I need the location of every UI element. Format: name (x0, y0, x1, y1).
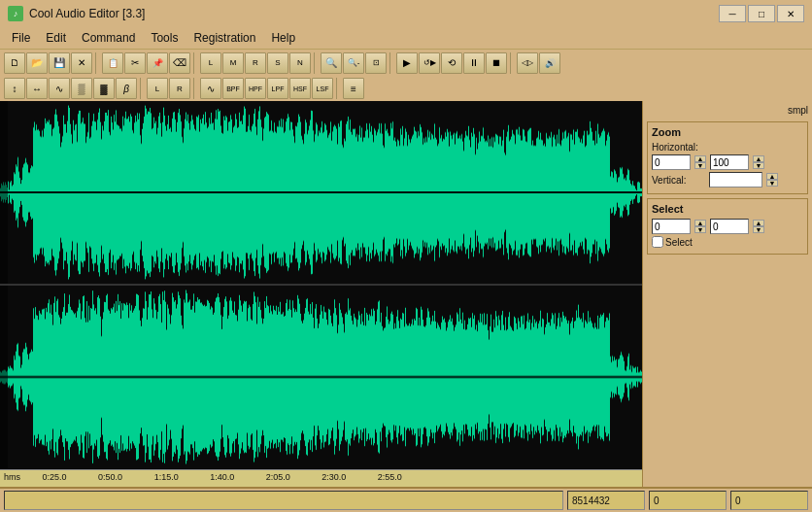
menu-tools[interactable]: Tools (143, 29, 186, 47)
select-input1[interactable] (652, 219, 691, 234)
wave-display2-button[interactable]: ▒ (71, 78, 92, 99)
noise-button[interactable]: N (289, 52, 311, 74)
right-channel-button[interactable]: R (245, 52, 266, 74)
save-button[interactable]: 💾 (49, 52, 70, 74)
zoom-vertical-label: Vertical: (652, 175, 705, 186)
zoom-h-down2[interactable]: ▼ (753, 162, 764, 169)
left-ch-filter-button[interactable]: L (147, 78, 168, 99)
select-spinner1: ▲ ▼ (694, 220, 706, 233)
lpf-button[interactable]: LPF (267, 78, 288, 99)
zoom-horizontal-label: Horizontal: (652, 142, 705, 153)
status-field-4: 0 (730, 491, 808, 510)
time-marker-205: 2:05.0 (266, 472, 290, 482)
zoom-group: Zoom Horizontal: ▲ ▼ ▲ ▼ Vertical: (647, 121, 808, 194)
separator-3 (314, 52, 318, 74)
play-button[interactable]: ▶ (396, 52, 418, 74)
time-marker-140: 1:40.0 (210, 472, 234, 482)
zoom-h-up1[interactable]: ▲ (694, 155, 706, 162)
open-button[interactable]: 📂 (26, 52, 48, 74)
zoom-vertical-row: Vertical: ▲ ▼ (652, 172, 803, 188)
separator-4 (389, 52, 393, 74)
select-up2[interactable]: ▲ (753, 220, 764, 226)
zoom-h-input2[interactable] (710, 154, 749, 170)
zoom-v-input[interactable] (709, 172, 762, 188)
select-v-button[interactable]: ↕ (4, 78, 25, 99)
toolbar-secondary: ↕ ↔ ∿ ▒ ▓ β L R ∿ BPF HPF LPF HSF LSF ≡ (0, 76, 812, 101)
menu-edit[interactable]: Edit (38, 29, 74, 47)
menu-file[interactable]: File (4, 29, 38, 47)
pause-button[interactable]: ⏸ (463, 52, 485, 74)
zoom-h-input1[interactable] (652, 154, 691, 170)
track-2[interactable] (0, 286, 642, 469)
lsf-button[interactable]: LSF (312, 78, 333, 99)
menu-bar: File Edit Command Tools Registration Hel… (0, 27, 812, 49)
zoom-v-down[interactable]: ▼ (766, 180, 778, 187)
delete-button[interactable]: ⌫ (169, 52, 190, 74)
stereo-button[interactable]: S (267, 52, 288, 74)
beat-button[interactable]: β (116, 78, 137, 99)
select-label: Select (665, 237, 693, 248)
minimize-button[interactable]: ─ (719, 5, 746, 22)
status-field-2: 8514432 (567, 491, 645, 510)
select-down2[interactable]: ▼ (753, 226, 764, 233)
app-icon: ♪ (8, 6, 23, 21)
fx-wave-button[interactable]: ∿ (200, 78, 221, 99)
time-marker-050: 0:50.0 (98, 472, 122, 482)
select-checkbox[interactable] (652, 236, 663, 248)
maximize-button[interactable]: □ (748, 5, 775, 22)
waveform-area: hms 0:25.0 0:50.0 1:15.0 1:40.0 2:05.0 2… (0, 101, 642, 487)
close-button[interactable]: ✕ (777, 5, 804, 22)
zoom-out-button[interactable]: 🔍- (343, 52, 364, 74)
separator-t2-1 (140, 78, 144, 99)
paste-button[interactable]: 📌 (147, 52, 168, 74)
select-checkbox-label[interactable]: Select (652, 236, 693, 248)
cut-button[interactable]: ✂ (124, 52, 146, 74)
zoom-horizontal-row: Horizontal: (652, 142, 803, 153)
eq-button[interactable]: ≡ (343, 78, 364, 99)
new-button[interactable]: 🗋 (4, 52, 25, 74)
zoom-h-down1[interactable]: ▼ (694, 162, 706, 169)
hpf-button[interactable]: HPF (245, 78, 266, 99)
separator-5 (510, 52, 514, 74)
right-ch-filter-button[interactable]: R (169, 78, 190, 99)
smpl-label: smpl (647, 105, 808, 116)
track-1[interactable] (0, 101, 642, 286)
wave-display3-button[interactable]: ▓ (93, 78, 115, 99)
timeline: hms 0:25.0 0:50.0 1:15.0 1:40.0 2:05.0 2… (0, 469, 642, 487)
volume-button[interactable]: 🔊 (539, 52, 560, 74)
close-file-button[interactable]: ✕ (71, 52, 92, 74)
copy-button[interactable]: 📋 (102, 52, 123, 74)
window-title: Cool Audio Editor [3.3] (29, 7, 713, 20)
select-up1[interactable]: ▲ (694, 220, 706, 226)
zoom-h-up2[interactable]: ▲ (753, 155, 764, 162)
status-bar: 8514432 0 0 (0, 487, 812, 512)
toolbar-main: 🗋 📂 💾 ✕ 📋 ✂ 📌 ⌫ L M R S N 🔍 🔍- ⊡ ▶ ↺▶ ⟲ … (0, 49, 812, 76)
inout-button[interactable]: ◁▷ (517, 52, 538, 74)
zoom-v-spinner: ▲ ▼ (766, 173, 778, 187)
time-marker-230: 2:30.0 (321, 472, 346, 482)
time-marker-025: 0:25.0 (43, 472, 67, 482)
stop-button[interactable]: ⏹ (486, 52, 507, 74)
menu-registration[interactable]: Registration (186, 29, 263, 47)
zoom-in-button[interactable]: 🔍 (321, 52, 342, 74)
status-field-3: 0 (649, 491, 727, 510)
zoom-title: Zoom (652, 126, 803, 138)
loop-all-button[interactable]: ⟲ (441, 52, 462, 74)
select-title: Select (652, 203, 803, 215)
select-input2[interactable] (710, 219, 749, 234)
select-down1[interactable]: ▼ (694, 226, 706, 233)
select-h-button[interactable]: ↔ (26, 78, 48, 99)
menu-command[interactable]: Command (74, 29, 143, 47)
mix-button[interactable]: M (222, 52, 244, 74)
zoom-sel-button[interactable]: ⊡ (365, 52, 387, 74)
loop-play-button[interactable]: ↺▶ (419, 52, 440, 74)
separator-t2-3 (336, 78, 340, 99)
bpf-button[interactable]: BPF (222, 78, 244, 99)
timeline-ruler: hms 0:25.0 0:50.0 1:15.0 1:40.0 2:05.0 2… (0, 472, 402, 487)
hsf-button[interactable]: HSF (289, 78, 311, 99)
select-checkbox-row: Select (652, 236, 803, 248)
wave-display1-button[interactable]: ∿ (49, 78, 70, 99)
left-channel-button[interactable]: L (200, 52, 221, 74)
menu-help[interactable]: Help (263, 29, 303, 47)
zoom-v-up[interactable]: ▲ (766, 173, 778, 180)
